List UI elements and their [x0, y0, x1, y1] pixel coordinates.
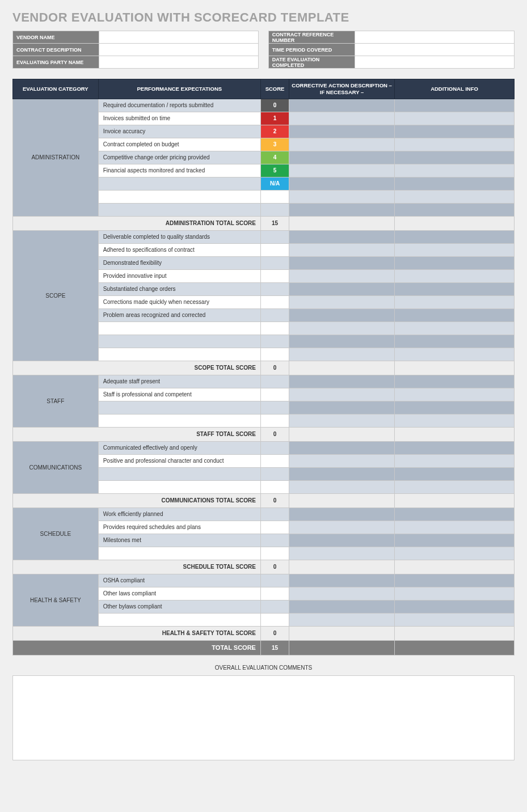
performance-cell[interactable]: Contract completed on budget: [98, 138, 260, 151]
additional-cell[interactable]: [395, 508, 515, 521]
score-cell[interactable]: [260, 613, 289, 626]
additional-cell[interactable]: [395, 256, 515, 269]
performance-cell[interactable]: [98, 348, 260, 361]
corrective-cell[interactable]: [289, 375, 395, 388]
score-cell[interactable]: [260, 256, 289, 269]
performance-cell[interactable]: [98, 480, 260, 493]
performance-cell[interactable]: Work efficiently planned: [98, 508, 260, 521]
performance-cell[interactable]: Invoices submitted on time: [98, 112, 260, 125]
additional-cell[interactable]: [395, 295, 515, 308]
additional-cell[interactable]: [395, 480, 515, 493]
performance-cell[interactable]: Staff is professional and competent: [98, 388, 260, 401]
corrective-cell[interactable]: [289, 308, 395, 322]
corrective-cell[interactable]: [289, 547, 395, 560]
additional-cell[interactable]: [395, 348, 515, 361]
score-cell[interactable]: [260, 335, 289, 348]
additional-cell[interactable]: [395, 177, 515, 190]
corrective-cell[interactable]: [289, 99, 395, 112]
info-value-right[interactable]: [355, 31, 515, 44]
corrective-cell[interactable]: [289, 243, 395, 256]
corrective-cell[interactable]: [289, 282, 395, 295]
corrective-cell[interactable]: [289, 534, 395, 547]
corrective-cell[interactable]: [289, 295, 395, 308]
info-value-left[interactable]: [99, 31, 259, 44]
corrective-cell[interactable]: [289, 256, 395, 269]
additional-cell[interactable]: [395, 401, 515, 414]
performance-cell[interactable]: Adequate staff present: [98, 375, 260, 388]
score-cell[interactable]: [260, 547, 289, 560]
score-cell[interactable]: [260, 388, 289, 401]
additional-cell[interactable]: [395, 269, 515, 282]
score-cell[interactable]: [260, 441, 289, 454]
info-value-left[interactable]: [99, 56, 259, 69]
score-cell[interactable]: 3: [260, 138, 289, 151]
additional-cell[interactable]: [395, 467, 515, 480]
corrective-cell[interactable]: [289, 587, 395, 600]
additional-cell[interactable]: [395, 190, 515, 203]
corrective-cell[interactable]: [289, 454, 395, 467]
corrective-cell[interactable]: [289, 151, 395, 164]
score-cell[interactable]: 1: [260, 112, 289, 125]
score-cell[interactable]: [260, 480, 289, 493]
performance-cell[interactable]: Invoice accuracy: [98, 125, 260, 138]
corrective-cell[interactable]: [289, 230, 395, 243]
performance-cell[interactable]: [98, 613, 260, 626]
corrective-cell[interactable]: [289, 322, 395, 335]
score-cell[interactable]: [260, 190, 289, 203]
performance-cell[interactable]: [98, 190, 260, 203]
corrective-cell[interactable]: [289, 600, 395, 613]
score-cell[interactable]: N/A: [260, 177, 289, 190]
corrective-cell[interactable]: [289, 508, 395, 521]
additional-cell[interactable]: [395, 164, 515, 177]
info-value-right[interactable]: [355, 44, 515, 56]
performance-cell[interactable]: [98, 467, 260, 480]
performance-cell[interactable]: Required documentation / reports submitt…: [98, 99, 260, 112]
corrective-cell[interactable]: [289, 203, 395, 216]
performance-cell[interactable]: Problem areas recognized and corrected: [98, 308, 260, 322]
comments-box[interactable]: [12, 675, 515, 760]
info-value-right[interactable]: [355, 56, 515, 69]
score-cell[interactable]: [260, 269, 289, 282]
corrective-cell[interactable]: [289, 125, 395, 138]
corrective-cell[interactable]: [289, 441, 395, 454]
score-cell[interactable]: [260, 508, 289, 521]
score-cell[interactable]: [260, 521, 289, 534]
additional-cell[interactable]: [395, 151, 515, 164]
corrective-cell[interactable]: [289, 388, 395, 401]
score-cell[interactable]: [260, 322, 289, 335]
corrective-cell[interactable]: [289, 480, 395, 493]
additional-cell[interactable]: [395, 243, 515, 256]
additional-cell[interactable]: [395, 534, 515, 547]
score-cell[interactable]: [260, 243, 289, 256]
performance-cell[interactable]: Competitive change order pricing provide…: [98, 151, 260, 164]
performance-cell[interactable]: [98, 322, 260, 335]
performance-cell[interactable]: Milestones met: [98, 534, 260, 547]
score-cell[interactable]: [260, 574, 289, 587]
additional-cell[interactable]: [395, 613, 515, 626]
additional-cell[interactable]: [395, 574, 515, 587]
performance-cell[interactable]: [98, 414, 260, 427]
additional-cell[interactable]: [395, 335, 515, 348]
corrective-cell[interactable]: [289, 574, 395, 587]
additional-cell[interactable]: [395, 521, 515, 534]
score-cell[interactable]: [260, 375, 289, 388]
score-cell[interactable]: 5: [260, 164, 289, 177]
score-cell[interactable]: [260, 414, 289, 427]
performance-cell[interactable]: Other bylaws compliant: [98, 600, 260, 613]
performance-cell[interactable]: [98, 177, 260, 190]
score-cell[interactable]: [260, 534, 289, 547]
score-cell[interactable]: [260, 467, 289, 480]
additional-cell[interactable]: [395, 600, 515, 613]
additional-cell[interactable]: [395, 282, 515, 295]
corrective-cell[interactable]: [289, 269, 395, 282]
score-cell[interactable]: [260, 295, 289, 308]
additional-cell[interactable]: [395, 587, 515, 600]
performance-cell[interactable]: [98, 401, 260, 414]
performance-cell[interactable]: Substantiated change orders: [98, 282, 260, 295]
score-cell[interactable]: [260, 348, 289, 361]
performance-cell[interactable]: [98, 203, 260, 216]
additional-cell[interactable]: [395, 125, 515, 138]
corrective-cell[interactable]: [289, 190, 395, 203]
corrective-cell[interactable]: [289, 467, 395, 480]
additional-cell[interactable]: [395, 441, 515, 454]
